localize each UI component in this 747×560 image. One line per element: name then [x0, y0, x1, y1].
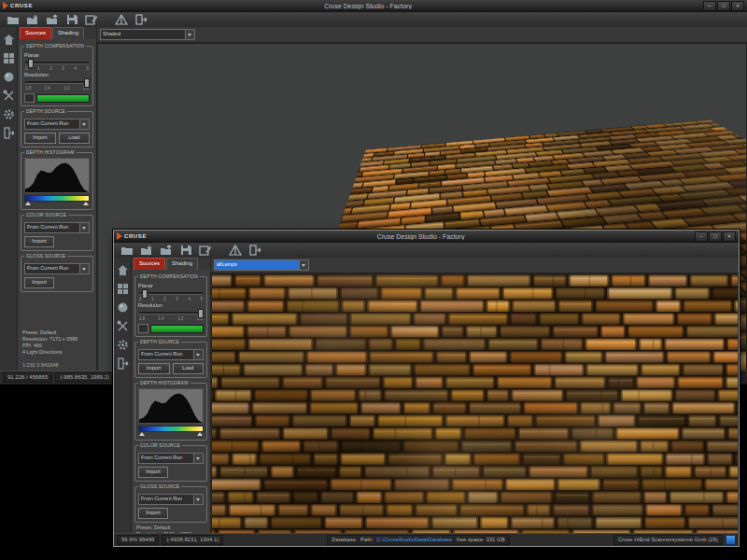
- exit-icon[interactable]: [248, 245, 261, 256]
- refresh-button[interactable]: [138, 324, 148, 333]
- depth-source-dropdown[interactable]: From Current Run: [24, 119, 90, 130]
- home-icon[interactable]: [117, 264, 129, 276]
- chevron-down-icon[interactable]: [193, 495, 203, 504]
- dropdown-value: From Current Run: [25, 264, 79, 273]
- exit-door-icon[interactable]: [3, 127, 15, 139]
- import-icon[interactable]: [26, 14, 39, 25]
- resolution-slider[interactable]: [25, 78, 89, 86]
- maximize-button[interactable]: □: [717, 1, 730, 11]
- view-mode-dropdown[interactable]: allLamps: [214, 259, 309, 271]
- open-project-icon[interactable]: [120, 245, 134, 256]
- chevron-down-icon[interactable]: [79, 223, 89, 232]
- depth-gradient-bar: [24, 195, 90, 202]
- planar-slider[interactable]: [139, 289, 203, 297]
- color-source-group: COLOR SOURCE From Current Run Import: [134, 445, 207, 482]
- minimize-button[interactable]: –: [703, 1, 716, 11]
- color-source-dropdown[interactable]: From Current Run: [24, 222, 90, 233]
- exit-icon[interactable]: [134, 14, 148, 25]
- bamboo-texture-view[interactable]: [212, 274, 738, 533]
- minimize-button[interactable]: –: [695, 231, 708, 242]
- gloss-source-dropdown[interactable]: From Current Run: [138, 494, 204, 505]
- gloss-source-dropdown[interactable]: From Current Run: [24, 263, 90, 274]
- load-button[interactable]: Load: [59, 133, 91, 144]
- tab-sources[interactable]: Sources: [20, 27, 51, 39]
- tools-icon[interactable]: [117, 320, 129, 332]
- depth-gradient-bar: [138, 426, 204, 432]
- tab-shading[interactable]: Shading: [166, 258, 198, 270]
- cursor-coordinates: (-985.8635, 1989.2): [55, 372, 114, 383]
- dropdown-value: From Current Run: [25, 223, 79, 232]
- tick: 1:8: [25, 86, 31, 91]
- import-button[interactable]: Import: [24, 277, 54, 288]
- import-button[interactable]: Import: [24, 133, 56, 144]
- close-button[interactable]: ×: [723, 231, 736, 242]
- slider-thumb[interactable]: [28, 59, 34, 68]
- depth-histogram-group: DEPTH HISTOGRAM: [21, 152, 93, 210]
- cruse-logo-icon: [117, 232, 122, 240]
- window-title: Cruse Design Studio - Factory: [147, 233, 695, 240]
- depth-source-dropdown[interactable]: From Current Run: [138, 349, 204, 360]
- range-min-handle[interactable]: [139, 432, 145, 436]
- desktop: CRUSE Cruse Design Studio - Factory – □ …: [0, 0, 747, 560]
- chevron-down-icon[interactable]: [79, 119, 89, 129]
- import-button[interactable]: Import: [138, 467, 168, 478]
- layout-icon[interactable]: [117, 283, 129, 295]
- chevron-down-icon[interactable]: [193, 350, 203, 359]
- chevron-down-icon[interactable]: [193, 454, 203, 463]
- chevron-down-icon[interactable]: [299, 260, 308, 270]
- settings-gear-icon[interactable]: [117, 339, 129, 351]
- range-max-handle[interactable]: [83, 202, 89, 205]
- export-icon[interactable]: [160, 245, 173, 256]
- planar-slider[interactable]: [25, 59, 89, 66]
- edit-icon[interactable]: [85, 14, 98, 25]
- materials-icon[interactable]: [117, 301, 129, 314]
- import-icon[interactable]: [140, 245, 153, 256]
- import-button[interactable]: Import: [138, 508, 168, 519]
- zoom-readout: 56.9% 99496: [117, 535, 159, 545]
- resolution-slider[interactable]: [139, 309, 203, 316]
- depth-histogram-group: DEPTH HISTOGRAM: [134, 383, 207, 441]
- render-pyramid-icon[interactable]: [115, 14, 128, 25]
- texture-viewport[interactable]: [211, 273, 739, 534]
- group-title: DEPTH HISTOGRAM: [138, 380, 190, 385]
- maximize-button[interactable]: □: [709, 231, 722, 242]
- close-button[interactable]: ×: [731, 1, 744, 11]
- info-lights: 4 Light Directions: [22, 349, 92, 356]
- parameters-panel: Sources Shading DEPTH COMPENSATION Plana…: [132, 258, 211, 534]
- tick: 1:4: [45, 86, 50, 91]
- refresh-button[interactable]: [24, 93, 35, 103]
- slider-thumb[interactable]: [84, 78, 90, 88]
- view-mode-dropdown[interactable]: Shaded: [100, 29, 195, 40]
- tab-sources[interactable]: Sources: [134, 258, 165, 270]
- cruse-tray-icon[interactable]: [726, 535, 736, 545]
- export-icon[interactable]: [46, 14, 59, 25]
- slider-thumb[interactable]: [198, 309, 204, 318]
- import-button[interactable]: Import: [138, 363, 170, 374]
- dropdown-value: From Current Run: [25, 119, 79, 129]
- materials-icon[interactable]: [3, 71, 15, 83]
- render-pyramid-icon[interactable]: [229, 245, 242, 256]
- layout-icon[interactable]: [3, 52, 15, 64]
- chevron-down-icon[interactable]: [79, 264, 89, 273]
- save-icon[interactable]: [179, 245, 192, 256]
- chevron-down-icon[interactable]: [185, 30, 194, 39]
- settings-gear-icon[interactable]: [3, 108, 15, 120]
- exit-door-icon[interactable]: [117, 357, 129, 370]
- open-project-icon[interactable]: [7, 14, 20, 25]
- depth-source-group: DEPTH SOURCE From Current Run Import Loa…: [134, 342, 207, 378]
- load-button[interactable]: Load: [173, 363, 204, 374]
- range-max-handle[interactable]: [197, 432, 203, 436]
- color-source-dropdown[interactable]: From Current Run: [138, 453, 204, 464]
- front-window[interactable]: CRUSE Cruse Design Studio - Factory – □ …: [114, 231, 739, 546]
- edit-icon[interactable]: [199, 245, 212, 256]
- home-icon[interactable]: [3, 34, 15, 46]
- depth-compensation-group: DEPTH COMPENSATION Planar 0 1 2 3 4 5 Re…: [21, 46, 93, 106]
- database-path-link[interactable]: C:\CruseStudioData\Database: [376, 537, 452, 542]
- tick: 0: [25, 66, 28, 71]
- import-button[interactable]: Import: [24, 236, 54, 247]
- tab-shading[interactable]: Shading: [52, 27, 84, 39]
- slider-thumb[interactable]: [142, 289, 148, 299]
- save-icon[interactable]: [65, 14, 78, 25]
- tools-icon[interactable]: [3, 90, 15, 102]
- range-min-handle[interactable]: [25, 202, 31, 205]
